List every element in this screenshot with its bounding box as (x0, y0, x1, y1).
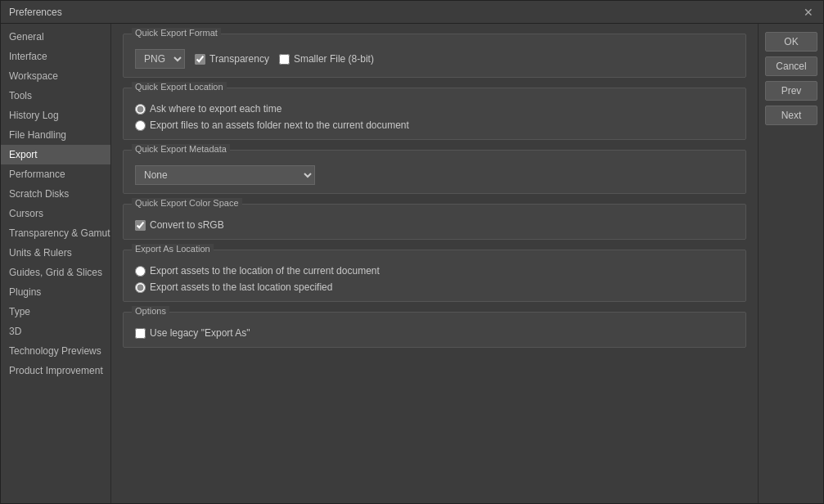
section-body-export-location: Export assets to the location of the cur… (124, 255, 745, 301)
export-location-row-2: Export assets to the last location speci… (135, 281, 734, 293)
quick-export-metadata-section: Quick Export Metadata None Copyright All (123, 150, 746, 194)
options-row: Use legacy "Export As" (135, 327, 734, 339)
quick-export-colorspace-section: Quick Export Color Space Convert to sRGB (123, 204, 746, 240)
section-body-location: Ask where to export each time Export fil… (124, 93, 745, 139)
transparency-checkbox[interactable] (195, 54, 205, 65)
location-radio-row-1: Ask where to export each time (135, 103, 734, 115)
sidebar-item-history-log[interactable]: History Log (1, 106, 110, 125)
metadata-select[interactable]: None Copyright All (135, 165, 315, 185)
buttons-panel: OK Cancel Prev Next (758, 24, 823, 503)
title-bar: Preferences ✕ (1, 1, 823, 24)
ok-button[interactable]: OK (765, 32, 817, 52)
export-as-location-section: Export As Location Export assets to the … (123, 250, 746, 302)
sidebar-item-workspace[interactable]: Workspace (1, 66, 110, 86)
window-title: Preferences (9, 7, 62, 18)
sidebar: GeneralInterfaceWorkspaceToolsHistory Lo… (1, 24, 111, 503)
legacy-export-checkbox[interactable] (135, 328, 146, 339)
quick-export-location-section: Quick Export Location Ask where to expor… (123, 88, 746, 140)
smaller-file-label[interactable]: Smaller File (8-bit) (279, 53, 374, 65)
radio-last-location[interactable] (135, 282, 146, 293)
sidebar-item-guides--grid---slices[interactable]: Guides, Grid & Slices (1, 263, 110, 282)
radio-export-assets[interactable] (135, 120, 146, 131)
section-legend-colorspace: Quick Export Color Space (132, 198, 242, 208)
radio-last-location-label[interactable]: Export assets to the last location speci… (135, 281, 332, 293)
format-select[interactable]: PNG JPG GIF SVG (135, 49, 185, 69)
sidebar-item-3d[interactable]: 3D (1, 322, 110, 341)
export-location-row-1: Export assets to the location of the cur… (135, 265, 734, 277)
format-row: PNG JPG GIF SVG Transparency (135, 49, 734, 69)
radio-ask-label[interactable]: Ask where to export each time (135, 103, 281, 115)
close-button[interactable]: ✕ (802, 6, 815, 19)
sidebar-item-general[interactable]: General (1, 27, 110, 47)
sidebar-item-units---rulers[interactable]: Units & Rulers (1, 243, 110, 263)
sidebar-item-scratch-disks[interactable]: Scratch Disks (1, 184, 110, 204)
content-area: GeneralInterfaceWorkspaceToolsHistory Lo… (1, 24, 823, 503)
section-legend-format: Quick Export Format (132, 28, 221, 38)
options-section: Options Use legacy "Export As" (123, 312, 746, 348)
sidebar-item-type[interactable]: Type (1, 302, 110, 322)
sidebar-item-technology-previews[interactable]: Technology Previews (1, 341, 110, 361)
smaller-file-checkbox[interactable] (279, 54, 290, 65)
section-legend-options: Options (132, 306, 169, 316)
cancel-button[interactable]: Cancel (765, 56, 817, 76)
sidebar-item-export[interactable]: Export (1, 145, 110, 164)
sidebar-item-performance[interactable]: Performance (1, 164, 110, 184)
section-body-colorspace: Convert to sRGB (124, 209, 745, 239)
main-area: Quick Export Format PNG JPG GIF SVG (111, 24, 758, 503)
prev-button[interactable]: Prev (765, 81, 817, 101)
section-body-metadata: None Copyright All (124, 155, 745, 193)
quick-export-format-section: Quick Export Format PNG JPG GIF SVG (123, 34, 746, 78)
colorspace-row: Convert to sRGB (135, 219, 734, 231)
radio-current-doc-label[interactable]: Export assets to the location of the cur… (135, 265, 380, 277)
radio-ask[interactable] (135, 104, 146, 115)
sidebar-item-product-improvement[interactable]: Product Improvement (1, 361, 110, 380)
main-content: Quick Export Format PNG JPG GIF SVG (111, 24, 758, 503)
sidebar-item-interface[interactable]: Interface (1, 47, 110, 66)
next-button[interactable]: Next (765, 106, 817, 125)
sidebar-item-tools[interactable]: Tools (1, 86, 110, 106)
section-legend-metadata: Quick Export Metadata (132, 144, 230, 154)
sidebar-item-transparency---gamut[interactable]: Transparency & Gamut (1, 223, 110, 243)
location-radio-row-2: Export files to an assets folder next to… (135, 119, 734, 131)
sidebar-item-file-handling[interactable]: File Handling (1, 125, 110, 145)
section-body-format: PNG JPG GIF SVG Transparency (124, 39, 745, 77)
preferences-window: Preferences ✕ GeneralInterfaceWorkspaceT… (0, 0, 824, 504)
radio-export-label[interactable]: Export files to an assets folder next to… (135, 119, 409, 131)
sidebar-item-plugins[interactable]: Plugins (1, 282, 110, 302)
section-body-options: Use legacy "Export As" (124, 317, 745, 347)
sidebar-item-cursors[interactable]: Cursors (1, 204, 110, 223)
transparency-label[interactable]: Transparency (195, 53, 269, 65)
section-legend-location: Quick Export Location (132, 82, 227, 92)
convert-srgb-checkbox[interactable] (135, 220, 146, 231)
section-legend-export-location: Export As Location (132, 244, 214, 254)
legacy-export-label[interactable]: Use legacy "Export As" (135, 327, 250, 339)
metadata-select-wrap: None Copyright All (135, 165, 734, 185)
convert-srgb-label[interactable]: Convert to sRGB (135, 219, 224, 231)
radio-current-doc[interactable] (135, 266, 146, 277)
